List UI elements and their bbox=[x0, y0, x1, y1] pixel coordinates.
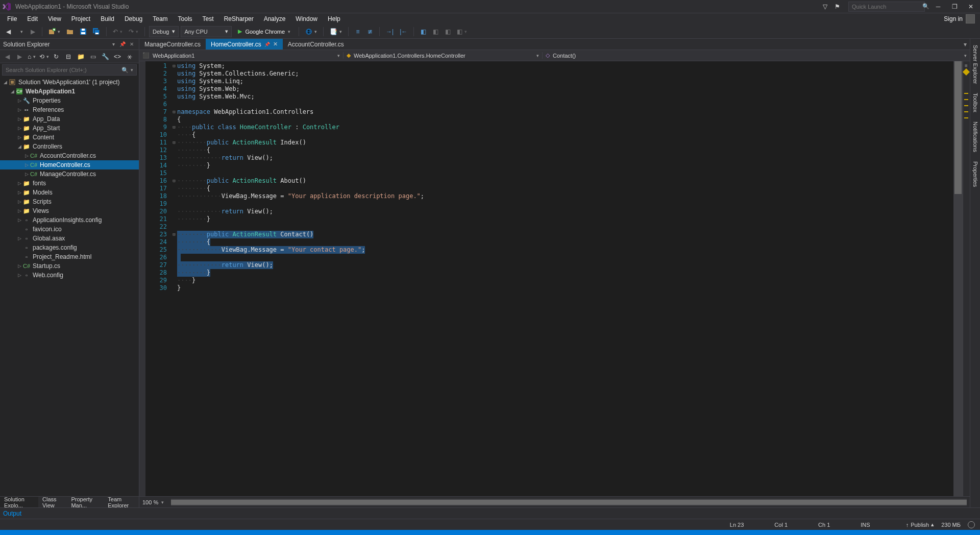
panel-tab[interactable]: Class View bbox=[38, 497, 67, 507]
view-code-button[interactable]: <> bbox=[112, 52, 122, 62]
tree-item[interactable]: ▷📁Content bbox=[0, 133, 139, 142]
zoom-dropdown[interactable]: ▾ bbox=[161, 500, 164, 505]
bookmark-button[interactable]: ◧ bbox=[418, 26, 428, 37]
quick-launch-input[interactable]: 🔍 bbox=[848, 2, 925, 12]
windows-taskbar[interactable] bbox=[0, 530, 980, 535]
restore-button[interactable]: ❐ bbox=[947, 2, 962, 11]
tree-item[interactable]: ▷🔧Properties bbox=[0, 96, 139, 105]
tree-item[interactable]: ▷▪▪References bbox=[0, 105, 139, 114]
tree-item[interactable]: ▫Project_Readme.html bbox=[0, 252, 139, 261]
collapse-all-button[interactable]: ⊟ bbox=[63, 52, 74, 62]
close-tab-icon[interactable]: ✕ bbox=[273, 41, 278, 47]
tree-item[interactable]: ◢📁Controllers bbox=[0, 142, 139, 151]
next-bookmark-button[interactable]: ◧ bbox=[443, 26, 453, 37]
tree-item[interactable]: ▫favicon.ico bbox=[0, 225, 139, 234]
output-panel-header[interactable]: Output bbox=[0, 507, 980, 519]
outdent-button[interactable]: |← bbox=[398, 26, 409, 37]
tree-item[interactable]: ▷▫ApplicationInsights.config bbox=[0, 215, 139, 225]
quick-launch-field[interactable] bbox=[852, 4, 922, 10]
notifications-flag-icon[interactable]: ⚑ bbox=[832, 2, 842, 11]
split-button[interactable]: ≡ bbox=[964, 63, 968, 67]
text-editor[interactable]: using System;using System.Collections.Ge… bbox=[177, 61, 953, 496]
menu-help[interactable]: Help bbox=[323, 14, 346, 23]
panel-tab[interactable]: Property Man... bbox=[67, 497, 104, 507]
panel-tab[interactable]: Solution Explo... bbox=[0, 497, 38, 507]
tree-item[interactable]: ▷📁Scripts bbox=[0, 197, 139, 206]
open-file-button[interactable] bbox=[64, 26, 76, 37]
solution-tree[interactable]: ◢ Solution 'WebApplication1' (1 project)… bbox=[0, 77, 139, 496]
tree-item[interactable]: ▷C#HomeController.cs bbox=[0, 160, 139, 169]
menu-project[interactable]: Project bbox=[66, 14, 95, 23]
project-node[interactable]: ◢ C# WebApplication1 bbox=[0, 87, 139, 96]
tab-list-dropdown[interactable]: ▾ bbox=[961, 41, 970, 48]
menu-resharper[interactable]: ReSharper bbox=[219, 14, 259, 23]
forward-button[interactable]: ▶ bbox=[14, 52, 24, 62]
nav-member-combo[interactable]: ◇ Contact() ▾ bbox=[543, 52, 970, 59]
prev-bookmark-button[interactable]: ◧ bbox=[430, 26, 440, 37]
document-tab[interactable]: ManageController.cs bbox=[139, 39, 206, 50]
nav-class-combo[interactable]: ◆ WebApplication1.Controllers.HomeContro… bbox=[344, 52, 543, 59]
solution-platform-combo[interactable]: Any CPU▾ bbox=[181, 26, 232, 37]
tree-item[interactable]: ▷C#AccountController.cs bbox=[0, 151, 139, 160]
show-all-button[interactable]: 📁 bbox=[76, 52, 86, 62]
nav-back-dropdown[interactable] bbox=[15, 26, 26, 37]
code-editor[interactable]: 1234567891011121314151617181920212223242… bbox=[139, 61, 970, 496]
menu-edit[interactable]: Edit bbox=[22, 14, 43, 23]
search-solution-input[interactable]: 🔍 ▾ bbox=[2, 64, 137, 76]
uncomment-button[interactable]: ≢ bbox=[365, 26, 375, 37]
close-button[interactable]: ✕ bbox=[964, 2, 978, 11]
menu-analyze[interactable]: Analyze bbox=[259, 14, 291, 23]
redo-button[interactable]: ↷ bbox=[127, 26, 140, 37]
publish-button[interactable]: ↑ Publish ▴ bbox=[906, 521, 935, 528]
tree-item[interactable]: ▷📁Views bbox=[0, 206, 139, 215]
close-panel-button[interactable]: ✕ bbox=[128, 40, 136, 48]
undo-button[interactable]: ↶ bbox=[111, 26, 125, 37]
nav-project-combo[interactable]: ⬛ WebApplication1 ▾ bbox=[139, 52, 344, 59]
search-field[interactable] bbox=[6, 67, 121, 73]
right-tab-properties[interactable]: Properties bbox=[971, 157, 979, 191]
solution-config-combo[interactable]: Debug▾ bbox=[149, 26, 179, 37]
menu-test[interactable]: Test bbox=[198, 14, 219, 23]
start-debug-button[interactable]: ▶Google Chrome▾ bbox=[234, 26, 295, 37]
browser-link-button[interactable] bbox=[303, 26, 319, 37]
filter-icon[interactable]: ▽ bbox=[820, 2, 830, 11]
menu-debug[interactable]: Debug bbox=[119, 14, 148, 23]
refresh-button[interactable]: ↻ bbox=[51, 52, 61, 62]
solution-node[interactable]: ◢ Solution 'WebApplication1' (1 project) bbox=[0, 78, 139, 87]
menu-window[interactable]: Window bbox=[290, 14, 323, 23]
horizontal-scrollbar[interactable] bbox=[171, 499, 967, 506]
outlining-margin[interactable]: ⊟ ⊟ ⊟ ⊟ ⊟ ⊟ bbox=[171, 61, 177, 496]
nav-forward-button[interactable]: ▶ bbox=[28, 26, 38, 37]
nav-back-button[interactable]: ◀ bbox=[3, 26, 13, 37]
tree-item[interactable]: ▷▫Web.config bbox=[0, 271, 139, 280]
resharper-indicator-icon[interactable] bbox=[968, 521, 975, 528]
tree-item[interactable]: ▷📁Models bbox=[0, 188, 139, 197]
menu-team[interactable]: Team bbox=[148, 14, 173, 23]
document-tab[interactable]: AccountController.cs bbox=[283, 39, 349, 50]
new-project-button[interactable] bbox=[46, 26, 62, 37]
tree-item[interactable]: ▷📁App_Start bbox=[0, 124, 139, 133]
tree-item[interactable]: ▷C#Startup.cs bbox=[0, 261, 139, 271]
right-tab-toolbox[interactable]: Toolbox bbox=[971, 89, 979, 116]
right-tab-server-explorer[interactable]: Server Explorer bbox=[971, 41, 979, 88]
error-indicator-strip[interactable]: ≡ bbox=[963, 61, 970, 496]
search-dropdown-icon[interactable]: ▾ bbox=[131, 67, 133, 72]
right-tab-notifications[interactable]: Notifications bbox=[971, 117, 979, 156]
vertical-scrollbar[interactable] bbox=[953, 61, 963, 496]
document-tab[interactable]: HomeController.cs📌✕ bbox=[206, 39, 283, 50]
find-in-files-button[interactable]: 📑 bbox=[328, 26, 344, 37]
pin-button[interactable]: 📌 bbox=[118, 40, 127, 48]
sync-button[interactable]: ⟲ bbox=[39, 52, 49, 62]
minimize-button[interactable]: ─ bbox=[931, 2, 945, 11]
indent-button[interactable]: →| bbox=[384, 26, 396, 37]
pin-tab-icon[interactable]: 📌 bbox=[264, 42, 270, 47]
save-button[interactable] bbox=[78, 26, 89, 37]
tree-item[interactable]: ▷📁App_Data bbox=[0, 114, 139, 124]
tree-item[interactable]: ▷C#ManageController.cs bbox=[0, 169, 139, 179]
home-button[interactable]: ⌂ bbox=[27, 52, 37, 62]
comment-button[interactable]: ≡ bbox=[353, 26, 363, 37]
properties-button[interactable]: 🔧 bbox=[100, 52, 110, 62]
avatar-icon[interactable] bbox=[966, 14, 975, 23]
clear-bookmarks-button[interactable]: ◧ bbox=[455, 26, 469, 37]
panel-tab[interactable]: Team Explorer bbox=[104, 497, 139, 507]
